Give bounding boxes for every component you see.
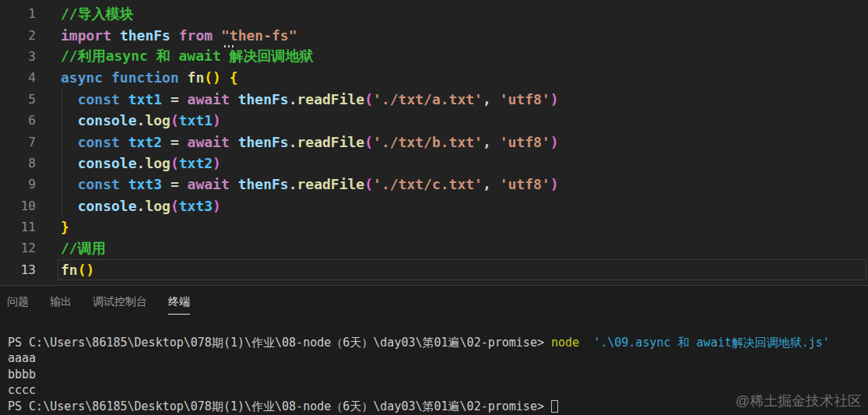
token-plain (61, 176, 78, 192)
token-b1: { (230, 69, 238, 86)
code-line-10[interactable]: 10 console.log(txt3) (0, 195, 868, 216)
code-line-9[interactable]: 9 const txt3 = await thenFs.readFile('./… (0, 174, 868, 195)
watermark: @稀土掘金技术社区 (736, 392, 862, 410)
token-plain (61, 134, 78, 150)
token-b2: ) (550, 134, 559, 150)
code-line-7[interactable]: 7 const txt2 = await thenFs.readFile('./… (0, 131, 868, 152)
token-b2: ) (550, 176, 559, 192)
line-number: 8 (0, 156, 36, 171)
vscode-window: 1//导入模块2import thenFs from "then-fs"3//利… (0, 0, 868, 415)
token-b2: ( (364, 91, 373, 107)
token-plain (230, 91, 238, 107)
code-line-11[interactable]: 11} (0, 216, 868, 237)
token-kwb: function (111, 69, 179, 86)
token-b2: ( (170, 198, 179, 214)
token-tp: cccc (8, 383, 36, 397)
token-b2: ) (550, 91, 559, 107)
token-fn: readFile (297, 91, 365, 107)
token-plain (221, 69, 230, 86)
token-plain: , (483, 134, 500, 150)
indent-guide (61, 174, 62, 195)
token-kwp: await (188, 176, 230, 192)
token-fn: log (145, 198, 170, 214)
token-plain (120, 176, 128, 192)
line-number: 9 (0, 177, 36, 192)
token-string: 'utf8' (500, 176, 550, 192)
token-ty: node (551, 336, 579, 350)
line-number: 6 (0, 113, 36, 128)
token-plain: . (289, 91, 297, 107)
indent-guide (61, 131, 62, 152)
token-b1: () (204, 69, 221, 86)
token-b2: ( (364, 176, 373, 192)
panel-tab-debug-console[interactable]: 调试控制台 (93, 295, 147, 314)
token-string: 'utf8' (500, 134, 550, 150)
token-var: console (78, 155, 137, 171)
code-line-6[interactable]: 6 console.log(txt1) (0, 110, 868, 131)
panel-tab-output[interactable]: 输出 (50, 295, 72, 314)
token-plain: = (162, 91, 188, 107)
token-string: './txt/a.txt' (373, 91, 483, 107)
code-line-12[interactable]: 12//调用 (0, 237, 868, 258)
line-number: 2 (0, 28, 36, 43)
token-plain: . (137, 112, 146, 128)
token-b2: ) (213, 198, 221, 214)
token-b2: ( (170, 155, 179, 171)
module-hint-token: "then-fs" (221, 27, 297, 44)
token-plain (170, 27, 179, 44)
code-text: //调用 (61, 239, 106, 258)
token-cvar: txt2 (128, 134, 162, 150)
terminal-cursor (551, 400, 558, 413)
code-line-3[interactable]: 3//利用async 和 await 解决回调地狱 (0, 46, 868, 67)
token-kwb: const (78, 176, 120, 192)
token-b1: () (78, 262, 95, 278)
token-fn: fn (61, 262, 78, 278)
token-comment: //导入模块 (61, 5, 134, 22)
code-text: console.log(txt3) (61, 198, 221, 214)
token-b2: ) (213, 112, 221, 128)
code-editor[interactable]: 1//导入模块2import thenFs from "then-fs"3//利… (0, 0, 868, 285)
terminal-line-2: aaaa (8, 350, 868, 366)
token-plain (103, 69, 111, 86)
code-text: console.log(txt2) (61, 155, 221, 171)
token-kwb: async (61, 69, 103, 86)
code-text: //导入模块 (61, 5, 134, 23)
token-cvar: txt3 (179, 198, 213, 214)
code-line-1[interactable]: 1//导入模块 (0, 3, 868, 24)
token-plain: . (289, 134, 297, 150)
line-number: 3 (0, 49, 36, 64)
token-plain (120, 91, 128, 107)
code-text: const txt2 = await thenFs.readFile('./tx… (61, 134, 559, 150)
token-plain: = (162, 176, 188, 192)
token-fn: readFile (297, 134, 365, 150)
code-text: import thenFs from "then-fs" (61, 27, 297, 44)
token-plain: , (483, 176, 500, 192)
token-string: 'utf8' (500, 91, 550, 107)
panel-tab-problems[interactable]: 问题 (7, 295, 29, 314)
token-fn: readFile (297, 176, 365, 192)
token-comment: //利用async 和 await 解决回调地狱 (61, 47, 314, 64)
token-plain (230, 176, 238, 192)
code-line-2[interactable]: 2import thenFs from "then-fs" (0, 24, 868, 45)
token-kwp: await (188, 134, 230, 150)
token-plain (230, 134, 238, 150)
token-tp: PS C:\Users\86185\Desktop\078期(1)\作业\08-… (8, 336, 544, 350)
line-number: 4 (0, 70, 36, 85)
token-kwp: import (61, 27, 111, 44)
terminal-line-3: bbbb (8, 367, 868, 382)
token-cvar: txt3 (128, 176, 162, 192)
token-plain (213, 27, 221, 44)
token-kwp: await (188, 91, 230, 107)
panel-tab-terminal[interactable]: 终端 (168, 295, 190, 315)
token-plain (111, 27, 120, 44)
code-line-5[interactable]: 5 const txt1 = await thenFs.readFile('./… (0, 89, 868, 110)
code-line-8[interactable]: 8 console.log(txt2) (0, 153, 868, 174)
token-b2: ( (170, 112, 179, 128)
code-line-4[interactable]: 4async function fn() { (0, 67, 868, 88)
token-plain: . (137, 198, 146, 214)
token-b1: } (61, 219, 69, 235)
token-tp (579, 336, 593, 350)
code-line-13[interactable]: 13fn() (0, 259, 868, 280)
token-fn: log (145, 155, 170, 171)
token-tc: '.\09.async 和 await解决回调地狱.js' (593, 336, 830, 350)
